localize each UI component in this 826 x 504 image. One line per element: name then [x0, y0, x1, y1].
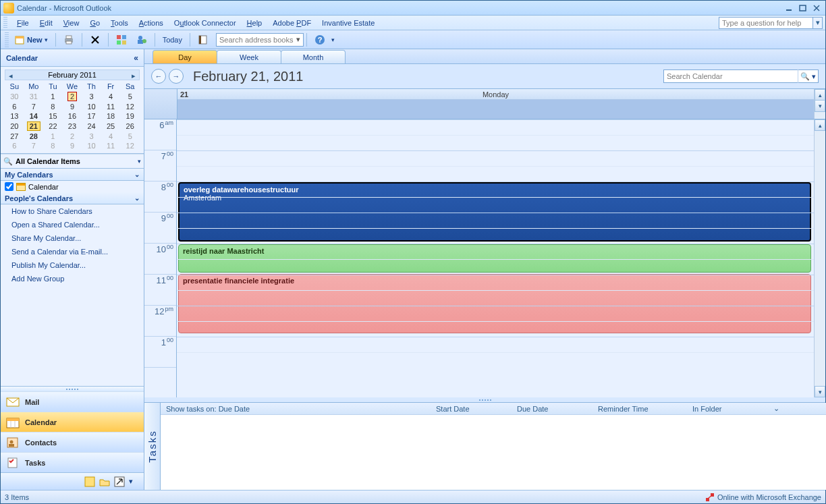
mini-cal-day[interactable]: 6	[5, 141, 24, 150]
shortcuts-icon[interactable]	[114, 476, 125, 487]
tasks-tab[interactable]: Tasks	[144, 403, 161, 490]
minimize-button[interactable]	[783, 3, 796, 13]
mini-cal-day[interactable]: 7	[24, 141, 44, 150]
address-book-button[interactable]	[193, 32, 213, 47]
calendar-checkbox[interactable]	[5, 182, 13, 191]
mini-cal-day[interactable]: 14	[24, 111, 44, 121]
toolbar-grip[interactable]	[5, 32, 9, 47]
prev-month-button[interactable]: ◂	[5, 70, 16, 81]
toolbar-overflow[interactable]: ▾	[331, 36, 335, 43]
folder-list-icon[interactable]	[99, 476, 110, 487]
mini-cal-day[interactable]: 21	[24, 121, 44, 132]
mini-cal-day[interactable]: 15	[43, 111, 63, 121]
help-button[interactable]: ?	[310, 32, 330, 47]
vertical-scrollbar[interactable]: ▴ ▾	[814, 119, 825, 397]
address-search-input[interactable]: Search address books▾	[216, 33, 304, 47]
close-button[interactable]	[810, 3, 823, 13]
delete-button[interactable]	[85, 32, 105, 47]
menu-help[interactable]: Help	[242, 18, 268, 28]
next-day-button[interactable]: →	[169, 69, 184, 84]
configure-buttons[interactable]: ▾	[129, 476, 140, 487]
link-how-to-share[interactable]: How to Share Calendars	[11, 207, 133, 215]
menu-actions[interactable]: Actions	[134, 18, 169, 28]
mini-cal-day[interactable]: 25	[101, 121, 121, 132]
mini-cal-day[interactable]: 4	[101, 91, 121, 102]
tasks-list[interactable]	[161, 415, 826, 490]
mini-cal-day[interactable]: 30	[5, 91, 24, 102]
categorize-button[interactable]	[111, 32, 132, 47]
next-month-button[interactable]: ▸	[128, 70, 139, 81]
maximize-button[interactable]	[797, 3, 809, 13]
nav-tasks-button[interactable]: Tasks	[1, 452, 144, 472]
menubar-grip[interactable]	[3, 17, 7, 29]
mini-cal-day[interactable]: 9	[63, 102, 82, 111]
mini-cal-day[interactable]: 4	[101, 132, 121, 141]
nav-contacts-button[interactable]: Contacts	[1, 432, 144, 452]
notes-icon[interactable]	[84, 476, 95, 487]
today-button[interactable]: Today	[158, 32, 187, 47]
nav-mail-button[interactable]: Mail	[1, 391, 144, 412]
help-search-dropdown[interactable]: ▾	[813, 17, 823, 29]
menu-edit[interactable]: Edit	[34, 18, 58, 28]
calendar-search-button[interactable]: 🔍 ▾	[798, 69, 818, 83]
mini-cal-day[interactable]: 17	[82, 111, 101, 121]
mini-cal-day[interactable]: 6	[5, 102, 24, 111]
mini-cal-day[interactable]: 10	[82, 102, 101, 111]
tasks-header[interactable]: Show tasks on: Due Date Start Date Due D…	[161, 403, 826, 415]
my-calendars-header[interactable]: My Calendars⌄	[1, 169, 144, 181]
scroll-up-button[interactable]: ▴	[815, 119, 825, 131]
mini-cal-day[interactable]: 24	[82, 121, 101, 132]
scroll-prev-apt[interactable]: ▴	[815, 89, 825, 101]
link-publish[interactable]: Publish My Calendar...	[11, 261, 133, 269]
link-share-my-cal[interactable]: Share My Calendar...	[11, 234, 133, 242]
mini-cal-day[interactable]: 13	[5, 111, 24, 121]
peoples-calendars-header[interactable]: People's Calendars⌄	[1, 192, 144, 204]
month-label[interactable]: February 2011	[48, 71, 97, 79]
help-search-input[interactable]: Type a question for help	[719, 17, 813, 29]
mini-cal-day[interactable]: 8	[43, 141, 63, 150]
appointment-3[interactable]: presentatie financiele integratie	[178, 274, 811, 333]
permissions-button[interactable]	[132, 32, 152, 47]
mini-cal-day[interactable]: 5	[120, 91, 140, 102]
mini-cal-day[interactable]: 11	[101, 141, 121, 150]
mini-cal-day[interactable]: 3	[82, 132, 101, 141]
scroll-down-button[interactable]: ▾	[815, 386, 825, 397]
mini-cal-day[interactable]: 1	[43, 132, 63, 141]
menu-view[interactable]: View	[58, 18, 85, 28]
menu-invantive[interactable]: Invantive Estate	[316, 18, 380, 28]
mini-cal-day[interactable]: 31	[24, 91, 44, 102]
tab-month[interactable]: Month	[281, 50, 346, 63]
mini-cal-day[interactable]: 3	[82, 91, 101, 102]
menu-adobe[interactable]: Adobe PDF	[267, 18, 316, 28]
mini-cal-day[interactable]: 10	[82, 141, 101, 150]
mini-cal-day[interactable]: 2	[63, 91, 82, 102]
appointment-2[interactable]: reistijd naar Maastricht	[178, 244, 811, 273]
mini-cal-day[interactable]: 19	[120, 111, 140, 121]
mini-cal-day[interactable]: 16	[63, 111, 82, 121]
new-button[interactable]: New▾	[10, 32, 53, 47]
mini-cal-day[interactable]: 9	[63, 141, 82, 150]
menu-connector[interactable]: Outlook Connector	[169, 18, 242, 28]
mini-calendar-grid[interactable]: SuMoTuWeThFrSa 3031123456789101112131415…	[5, 82, 140, 150]
collapse-nav-button[interactable]: «	[134, 53, 138, 63]
mini-cal-day[interactable]: 5	[120, 132, 140, 141]
all-calendar-items-dropdown[interactable]: 🔍 All Calendar Items ▾	[1, 154, 144, 169]
mini-cal-day[interactable]: 28	[24, 132, 44, 141]
mini-cal-day[interactable]: 18	[101, 111, 121, 121]
menu-file[interactable]: File	[11, 18, 34, 28]
menu-tools[interactable]: Tools	[105, 18, 134, 28]
mini-cal-day[interactable]: 8	[43, 102, 63, 111]
menu-go[interactable]: Go	[84, 18, 105, 28]
link-open-shared[interactable]: Open a Shared Calendar...	[11, 221, 133, 229]
mini-cal-day[interactable]: 27	[5, 132, 24, 141]
nav-calendar-button[interactable]: Calendar	[1, 412, 144, 432]
mini-cal-day[interactable]: 22	[43, 121, 63, 132]
calendar-tree-item[interactable]: Calendar	[1, 181, 144, 192]
mini-cal-day[interactable]: 11	[101, 102, 121, 111]
calendar-search-input[interactable]: Search Calendar 🔍 ▾	[663, 69, 819, 83]
appointment-1[interactable]: overleg datawarehousestructuur Amsterdam	[178, 182, 811, 242]
scroll-next-apt[interactable]: ▾	[815, 101, 825, 112]
tab-week[interactable]: Week	[217, 50, 281, 63]
mini-cal-day[interactable]: 12	[120, 102, 140, 111]
tasks-expand-icon[interactable]: ⌄	[773, 404, 826, 413]
